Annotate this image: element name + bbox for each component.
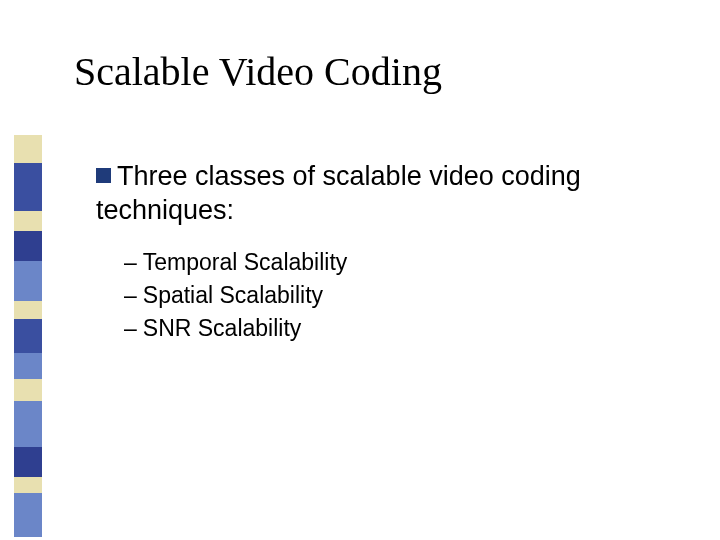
sidebar-segment [14, 493, 42, 537]
slide-content: Three classes of scalable video coding t… [96, 160, 680, 346]
sidebar-segment [14, 353, 42, 379]
sidebar-segment [14, 211, 42, 231]
sidebar-segment [14, 135, 42, 163]
sidebar-segment [14, 261, 42, 301]
dash-bullet-icon: – [124, 279, 137, 312]
decorative-sidebar [14, 135, 42, 537]
bullet-level1: Three classes of scalable video coding t… [96, 160, 680, 228]
sub-bullet-item: –Temporal Scalability [124, 246, 680, 279]
bullet-level1-text: Three classes of scalable video coding t… [96, 161, 581, 225]
sidebar-segment [14, 401, 42, 447]
sidebar-segment [14, 163, 42, 211]
sub-bullet-text: Temporal Scalability [143, 249, 348, 275]
sub-bullet-group: –Temporal Scalability–Spatial Scalabilit… [124, 246, 680, 346]
sub-bullet-text: SNR Scalability [143, 315, 302, 341]
sub-bullet-text: Spatial Scalability [143, 282, 323, 308]
sub-bullet-item: –Spatial Scalability [124, 279, 680, 312]
sidebar-segment [14, 477, 42, 493]
slide-title: Scalable Video Coding [74, 48, 442, 95]
sidebar-segment [14, 319, 42, 353]
sidebar-segment [14, 231, 42, 261]
sidebar-segment [14, 447, 42, 477]
sidebar-segment [14, 379, 42, 401]
slide: Scalable Video Coding Three classes of s… [0, 0, 720, 540]
dash-bullet-icon: – [124, 246, 137, 279]
sidebar-segment [14, 301, 42, 319]
dash-bullet-icon: – [124, 312, 137, 345]
sub-bullet-item: –SNR Scalability [124, 312, 680, 345]
square-bullet-icon [96, 168, 111, 183]
